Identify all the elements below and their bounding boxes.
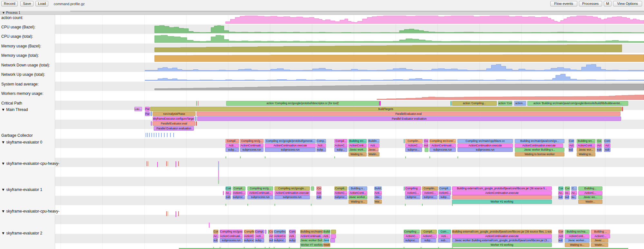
slice[interactable]: Ac... [558, 191, 563, 195]
slice[interactable]: sub [226, 195, 231, 199]
slice[interactable]: Building src/main/java/com/go... [515, 139, 564, 143]
slice[interactable]: Co [316, 186, 322, 191]
slice[interactable]: Act [604, 144, 610, 148]
slice[interactable]: Act [597, 144, 602, 148]
event-mark[interactable] [156, 133, 157, 137]
slice[interactable]: Waiting to... [577, 152, 595, 156]
slice[interactable]: subprocess.run [457, 148, 513, 152]
event-mark[interactable] [166, 211, 167, 216]
slice[interactable]: ActionC... [439, 191, 451, 195]
slice[interactable] [450, 101, 452, 106]
slice[interactable]: Compiling ... [404, 230, 420, 234]
slice[interactable]: ActionConti... [274, 234, 286, 238]
slice[interactable]: Compiling ... [274, 230, 286, 234]
slice[interactable]: Comp... [316, 139, 326, 143]
event-mark[interactable] [218, 161, 219, 164]
slice[interactable]: ActionC... [422, 191, 438, 195]
counter-chart-cpu_total[interactable] [155, 35, 644, 43]
slice[interactable]: runAnalysisPhase [153, 112, 196, 116]
slice[interactable]: Compi... [255, 230, 264, 234]
slice[interactable] [425, 148, 428, 152]
slice[interactable]: sub [604, 148, 610, 152]
slice[interactable]: buildTargets [150, 107, 621, 111]
slice[interactable]: action 'Compili... [498, 101, 512, 106]
event-mark[interactable] [218, 180, 219, 184]
slice[interactable]: subprocess.run [220, 238, 243, 243]
slice[interactable]: Worker #3 working [452, 243, 552, 247]
slice[interactable]: Compiling ... [405, 186, 421, 191]
slice[interactable]: subp... [439, 195, 450, 199]
counter-chart-workers_mem[interactable] [377, 95, 644, 100]
counter-chart-mem_bazel[interactable] [155, 45, 622, 52]
event-mark[interactable] [159, 133, 159, 137]
slice[interactable]: Waitin... [323, 243, 330, 247]
counter-charts[interactable] [0, 15, 644, 249]
counter-chart-cpu_bazel[interactable] [155, 25, 644, 33]
slice[interactable]: Javac ... [591, 238, 608, 243]
slice[interactable]: C... [571, 186, 577, 191]
slice[interactable]: Act [316, 191, 322, 195]
slice[interactable]: Parallel Evaluator evaluation [197, 116, 621, 121]
slice[interactable] [379, 101, 381, 106]
slice[interactable]: subprocess.run [240, 148, 264, 152]
slice[interactable]: Waiting to... [349, 200, 367, 204]
slice[interactable]: Javac worker Buil... [300, 238, 323, 243]
slice[interactable] [331, 230, 336, 234]
slice[interactable]: Building external/com_google_protobuf/ja… [452, 230, 552, 234]
slice[interactable]: ActionContinuati... [240, 144, 264, 148]
slice[interactable]: Com [569, 139, 574, 143]
event-mark[interactable] [178, 211, 179, 216]
slice[interactable]: ActionContinuation.execute [274, 191, 310, 195]
slice[interactable]: ActionContinuation.execute [452, 234, 552, 238]
slice[interactable]: action... [514, 101, 526, 106]
slice[interactable]: subp... [421, 238, 436, 243]
slice[interactable]: Acti... [289, 234, 296, 238]
slice[interactable]: Building s... [349, 186, 367, 191]
slice[interactable] [331, 234, 336, 238]
event-mark[interactable] [147, 133, 148, 137]
event-mark[interactable] [173, 133, 174, 137]
record-button[interactable]: Record [1, 1, 18, 6]
slice[interactable]: ActionContinuati... [429, 144, 456, 148]
slice[interactable]: Compil... [226, 139, 239, 143]
slice[interactable] [195, 116, 197, 121]
track-label[interactable]: ▼ skyframe-evaluator 0 [1, 140, 42, 144]
counter-chart-mem_total[interactable] [155, 55, 644, 62]
slice[interactable]: subproc... [334, 195, 347, 199]
slice[interactable]: Act [269, 234, 273, 238]
slice[interactable]: ActionContinuati... [300, 234, 323, 238]
slice[interactable]: ActionContinuati... [220, 234, 243, 238]
slice[interactable]: action 'Compiling... [452, 101, 497, 106]
slice[interactable]: Waitin... [578, 200, 602, 204]
slice[interactable]: Waitin... [591, 243, 608, 247]
slice[interactable]: sub [269, 238, 273, 243]
slice[interactable]: su... [571, 195, 576, 199]
slice[interactable]: subproc... [274, 238, 286, 243]
slice[interactable]: Javac worker Building s... [515, 148, 564, 152]
slice[interactable]: Javac wo... [578, 195, 602, 199]
slice[interactable]: sub [213, 238, 218, 243]
slice[interactable] [311, 186, 314, 191]
counter-chart-sys_load[interactable] [155, 84, 644, 90]
slice[interactable]: Compilin... [405, 139, 423, 143]
slice[interactable]: Javac work... [349, 148, 367, 152]
slice[interactable]: Parallel Evaluator evaluation [154, 126, 194, 131]
slice[interactable]: Building external/com_google_protobuf/ja… [452, 186, 552, 191]
slice[interactable]: Com [558, 186, 563, 191]
event-mark[interactable] [148, 161, 149, 166]
slice[interactable]: subprocess.run [265, 148, 316, 152]
slice[interactable]: subp... [226, 148, 239, 152]
event-mark[interactable] [146, 133, 146, 137]
slice[interactable]: subprocess.run [247, 195, 273, 199]
track-label[interactable]: ▼ Main Thread [1, 107, 28, 112]
slice[interactable] [330, 238, 335, 243]
slice[interactable]: Compiling... [244, 230, 254, 234]
slice[interactable]: sub [316, 195, 322, 199]
slice[interactable]: subprocess.run [274, 195, 310, 199]
slice[interactable]: Javac wor... [577, 148, 595, 152]
event-mark[interactable] [149, 133, 150, 137]
slice[interactable]: Compil... [334, 139, 347, 143]
slice[interactable]: Par [145, 107, 150, 111]
slice[interactable]: skyframeExecutor.configureTargets [153, 116, 194, 121]
slice[interactable]: sub [569, 148, 573, 152]
